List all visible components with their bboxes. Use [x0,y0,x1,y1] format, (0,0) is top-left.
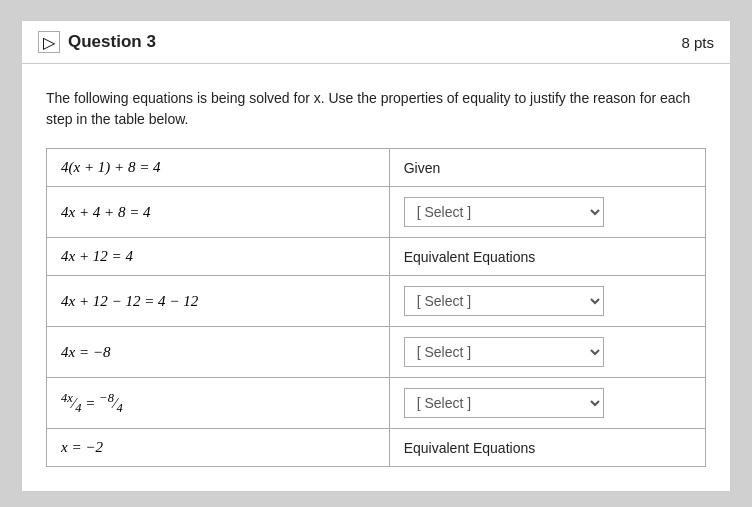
equation-cell: 4x + 12 = 4 [47,238,390,276]
equation-cell: 4x + 12 − 12 = 4 − 12 [47,276,390,327]
equation-cell: 4x⁄4 = −8⁄4 [47,378,390,429]
instruction-text: The following equations is being solved … [46,88,706,130]
table-row: x = −2Equivalent Equations [47,429,706,467]
table-row: 4x + 12 = 4Equivalent Equations [47,238,706,276]
question-body: The following equations is being solved … [22,64,730,491]
reason-select-4[interactable]: [ Select ]Distributive PropertyAddition … [404,337,604,367]
reason-text: Given [404,160,441,176]
table-row: 4x + 12 − 12 = 4 − 12[ Select ]Distribut… [47,276,706,327]
header-left: ▷ Question 3 [38,31,156,53]
reason-cell[interactable]: [ Select ]Distributive PropertyAddition … [389,327,705,378]
equation-cell: x = −2 [47,429,390,467]
reason-cell[interactable]: [ Select ]Distributive PropertyAddition … [389,276,705,327]
reason-text: Equivalent Equations [404,249,536,265]
reason-cell[interactable]: [ Select ]Distributive PropertyAddition … [389,187,705,238]
table-row: 4x = −8[ Select ]Distributive PropertyAd… [47,327,706,378]
equation-table: 4(x + 1) + 8 = 4Given4x + 4 + 8 = 4[ Sel… [46,148,706,467]
reason-select-5[interactable]: [ Select ]Distributive PropertyAddition … [404,388,604,418]
arrow-symbol: ▷ [43,33,55,52]
reason-cell: Equivalent Equations [389,429,705,467]
equation-cell: 4(x + 1) + 8 = 4 [47,149,390,187]
equation-cell: 4x + 4 + 8 = 4 [47,187,390,238]
question-title: Question 3 [68,32,156,52]
question-header: ▷ Question 3 8 pts [22,21,730,64]
reason-cell: Given [389,149,705,187]
equation-cell: 4x = −8 [47,327,390,378]
table-row: 4(x + 1) + 8 = 4Given [47,149,706,187]
question-card: ▷ Question 3 8 pts The following equatio… [21,20,731,492]
reason-select-1[interactable]: [ Select ]Distributive PropertyAddition … [404,197,604,227]
arrow-icon[interactable]: ▷ [38,31,60,53]
table-row: 4x⁄4 = −8⁄4[ Select ]Distributive Proper… [47,378,706,429]
reason-text: Equivalent Equations [404,440,536,456]
reason-cell: Equivalent Equations [389,238,705,276]
reason-cell[interactable]: [ Select ]Distributive PropertyAddition … [389,378,705,429]
table-row: 4x + 4 + 8 = 4[ Select ]Distributive Pro… [47,187,706,238]
question-pts: 8 pts [681,34,714,51]
reason-select-3[interactable]: [ Select ]Distributive PropertyAddition … [404,286,604,316]
